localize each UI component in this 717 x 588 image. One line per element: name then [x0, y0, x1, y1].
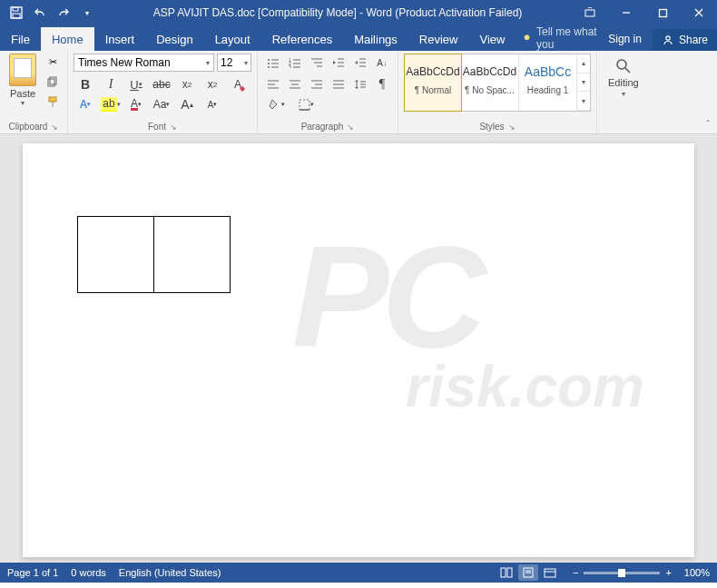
page-number-status[interactable]: Page 1 of 1 — [7, 567, 58, 578]
change-case-button[interactable]: Aa▾ — [150, 95, 173, 113]
font-color-button[interactable]: A▾ — [124, 95, 148, 113]
group-clipboard: Paste ▾ ✂ Clipboard↘ — [0, 51, 68, 133]
font-dialog-launcher-icon[interactable]: ↘ — [170, 122, 177, 132]
language-status[interactable]: English (United States) — [119, 567, 221, 578]
font-name-combobox[interactable]: Times New Roman▾ — [74, 54, 214, 72]
zoom-level[interactable]: 100% — [684, 567, 710, 578]
tab-references[interactable]: References — [261, 27, 343, 51]
align-left-button[interactable] — [263, 75, 283, 93]
group-paragraph: 123 A↓ ¶ ▾ ▾ Paragraph↘ — [258, 51, 398, 133]
minimize-icon[interactable] — [608, 0, 644, 25]
show-hide-button[interactable]: ¶ — [372, 75, 392, 93]
borders-button[interactable]: ▾ — [292, 95, 319, 113]
svg-point-16 — [268, 59, 270, 61]
document-canvas[interactable] — [0, 134, 717, 563]
tab-review[interactable]: Review — [408, 27, 469, 51]
cut-icon[interactable]: ✂ — [44, 54, 62, 70]
style-heading-1[interactable]: AaBbCc Heading 1 — [519, 54, 577, 111]
styles-gallery-more[interactable]: ▴▾▾ — [577, 54, 590, 111]
style-no-spacing[interactable]: AaBbCcDd ¶ No Spac... — [461, 54, 519, 111]
text-effects-button[interactable]: A▾ — [74, 95, 97, 113]
clipboard-group-label: Clipboard — [9, 122, 48, 132]
line-spacing-button[interactable] — [350, 75, 370, 93]
tab-insert[interactable]: Insert — [94, 27, 146, 51]
share-label: Share — [679, 34, 708, 46]
sort-button[interactable]: A↓ — [372, 54, 392, 72]
chevron-down-icon: ▾ — [206, 59, 210, 67]
group-editing: Editing ▾ — [597, 51, 650, 133]
ribbon-display-options-icon[interactable] — [572, 0, 608, 25]
style-normal[interactable]: AaBbCcDd ¶ Normal — [404, 54, 462, 112]
group-styles: AaBbCcDd ¶ Normal AaBbCcDd ¶ No Spac... … — [398, 51, 597, 133]
increase-indent-button[interactable] — [350, 54, 370, 72]
undo-icon[interactable] — [29, 2, 51, 24]
styles-dialog-launcher-icon[interactable]: ↘ — [508, 122, 516, 132]
svg-point-11 — [666, 36, 670, 40]
underline-button[interactable]: U▾ — [124, 75, 148, 93]
grow-font-button[interactable]: A▴ — [175, 95, 199, 113]
svg-rect-2 — [13, 14, 20, 18]
window-title: ASP AVIJIT DAS.doc [Compatibility Mode] … — [103, 6, 572, 19]
clear-formatting-button[interactable]: A◆ — [226, 75, 250, 93]
italic-button[interactable]: I — [99, 75, 123, 93]
tab-design[interactable]: Design — [145, 27, 203, 51]
tab-file[interactable]: File — [0, 27, 41, 51]
shrink-font-button[interactable]: A▾ — [201, 95, 224, 113]
tab-home[interactable]: Home — [41, 27, 94, 51]
styles-group-label: Styles — [479, 122, 504, 132]
superscript-button[interactable]: x2 — [201, 75, 224, 93]
document-table[interactable] — [77, 216, 231, 293]
styles-gallery[interactable]: AaBbCcDd ¶ Normal AaBbCcDd ¶ No Spac... … — [404, 54, 591, 112]
font-size-combobox[interactable]: 12▾ — [217, 54, 251, 72]
find-button[interactable]: Editing ▾ — [603, 54, 644, 102]
font-group-label: Font — [148, 122, 166, 132]
paragraph-group-label: Paragraph — [301, 122, 344, 132]
bullets-button[interactable] — [263, 54, 283, 72]
bold-button[interactable]: B — [74, 75, 97, 93]
collapse-ribbon-icon[interactable]: ˆ — [706, 119, 710, 130]
svg-point-18 — [268, 63, 270, 64]
zoom-out-icon[interactable]: − — [573, 567, 578, 578]
svg-rect-62 — [545, 569, 555, 577]
zoom-thumb[interactable] — [618, 569, 625, 577]
search-icon — [614, 57, 633, 75]
highlight-button[interactable]: ab▾ — [99, 95, 123, 113]
maximize-icon[interactable] — [644, 0, 681, 25]
tab-layout[interactable]: Layout — [204, 27, 261, 51]
strikethrough-button[interactable]: abc — [150, 75, 173, 93]
decrease-indent-button[interactable] — [329, 54, 349, 72]
svg-point-55 — [617, 60, 626, 69]
table-cell[interactable] — [154, 217, 231, 293]
subscript-button[interactable]: x2 — [175, 75, 199, 93]
table-cell[interactable] — [78, 217, 154, 293]
close-icon[interactable] — [681, 0, 717, 25]
zoom-track[interactable] — [584, 572, 660, 574]
zoom-slider[interactable]: − + — [573, 567, 672, 578]
multilevel-list-button[interactable] — [307, 54, 327, 72]
justify-button[interactable] — [329, 75, 349, 93]
shading-button[interactable]: ▾ — [263, 95, 290, 113]
tab-mailings[interactable]: Mailings — [343, 27, 408, 51]
word-count-status[interactable]: 0 words — [71, 567, 106, 578]
read-mode-icon[interactable] — [496, 564, 516, 581]
align-right-button[interactable] — [307, 75, 327, 93]
paragraph-dialog-launcher-icon[interactable]: ↘ — [347, 122, 354, 132]
redo-icon[interactable] — [53, 2, 74, 24]
web-layout-icon[interactable] — [540, 564, 560, 581]
copy-icon[interactable] — [44, 74, 62, 90]
ribbon: Paste ▾ ✂ Clipboard↘ Times New Roman▾ 12… — [0, 51, 717, 134]
tell-me-search[interactable]: Tell me what you — [516, 25, 597, 51]
share-button[interactable]: Share — [653, 29, 717, 51]
zoom-in-icon[interactable]: + — [665, 567, 671, 578]
save-icon[interactable] — [5, 2, 27, 24]
svg-rect-5 — [659, 9, 666, 16]
paste-button[interactable]: Paste ▾ — [5, 54, 40, 107]
print-layout-icon[interactable] — [518, 564, 538, 581]
sign-in-link[interactable]: Sign in — [597, 27, 653, 51]
qat-customize-icon[interactable]: ▾ — [76, 2, 98, 24]
clipboard-dialog-launcher-icon[interactable]: ↘ — [51, 122, 58, 132]
numbering-button[interactable]: 123 — [285, 54, 305, 72]
format-painter-icon[interactable] — [44, 93, 62, 110]
align-center-button[interactable] — [285, 75, 305, 93]
tab-view[interactable]: View — [468, 27, 516, 51]
